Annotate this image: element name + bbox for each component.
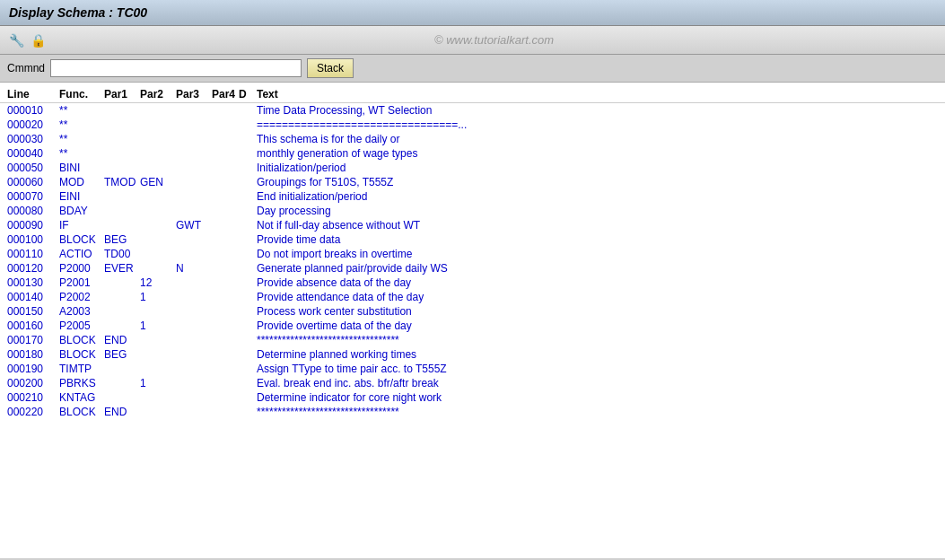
header-line: Line — [7, 88, 59, 101]
table-row[interactable]: 000060MODTMODGENGroupings for T510S, T55… — [0, 175, 945, 189]
table-header: Line Func. Par1 Par2 Par3 Par4 D Text — [0, 86, 945, 103]
content-area: Line Func. Par1 Par2 Par3 Par4 D Text 00… — [0, 83, 945, 558]
table-row[interactable]: 000120P2000EVERNGenerate planned pair/pr… — [0, 261, 945, 276]
toolbar: 🔧 🔒 © www.tutorialkart.com — [0, 26, 945, 55]
table-row[interactable]: 000070EINIEnd initialization/period — [0, 189, 945, 204]
command-label: Cmmnd — [7, 62, 45, 74]
title-bar: Display Schema : TC00 — [0, 0, 945, 26]
stack-button[interactable]: Stack — [307, 58, 354, 78]
table-row[interactable]: 000210KNTAGDetermine indicator for core … — [0, 390, 945, 405]
table-row[interactable]: 000130P200112Provide absence data of the… — [0, 276, 945, 290]
table-row[interactable]: 000180BLOCKBEGDetermine planned working … — [0, 347, 945, 362]
header-d: D — [239, 88, 257, 101]
table-row[interactable]: 000140P20021Provide attendance data of t… — [0, 290, 945, 304]
table-row[interactable]: 000170BLOCKEND**************************… — [0, 333, 945, 347]
tool-icon-1[interactable]: 🔧 — [7, 31, 25, 49]
table-row[interactable]: 000110ACTIOTD00Do not import breaks in o… — [0, 247, 945, 261]
table-row[interactable]: 000050BINIInitialization/period — [0, 161, 945, 175]
table-row[interactable]: 000150A2003Process work center substitut… — [0, 304, 945, 319]
table-row[interactable]: 000040**monthly generation of wage types — [0, 146, 945, 161]
page-title: Display Schema : TC00 — [9, 5, 147, 20]
tool-icon-2[interactable]: 🔒 — [29, 31, 47, 49]
header-par2: Par2 — [140, 88, 176, 101]
table-body: 000010**Time Data Processing, WT Selecti… — [0, 103, 945, 419]
command-bar: Cmmnd Stack — [0, 55, 945, 83]
table-row[interactable]: 000190TIMTPAssign TType to time pair acc… — [0, 362, 945, 376]
watermark: © www.tutorialkart.com — [50, 33, 938, 47]
table-row[interactable]: 000020**================================… — [0, 118, 945, 132]
table-row[interactable]: 000080BDAYDay processing — [0, 204, 945, 218]
header-par3: Par3 — [176, 88, 212, 101]
table-row[interactable]: 000200PBRKS1Eval. break end inc. abs. bf… — [0, 376, 945, 390]
table-row[interactable]: 000010**Time Data Processing, WT Selecti… — [0, 103, 945, 118]
table-row[interactable]: 000030**This schema is for the daily or — [0, 132, 945, 146]
header-par1: Par1 — [104, 88, 140, 101]
header-text: Text — [257, 88, 938, 101]
table-row[interactable]: 000160P20051Provide overtime data of the… — [0, 319, 945, 333]
table-row[interactable]: 000220BLOCKEND**************************… — [0, 405, 945, 419]
header-func: Func. — [59, 88, 104, 101]
header-par4: Par4 — [212, 88, 239, 101]
table-row[interactable]: 000090IFGWTNot if full-day absence witho… — [0, 218, 945, 232]
table-row[interactable]: 000100BLOCKBEGProvide time data — [0, 232, 945, 247]
command-input[interactable] — [50, 59, 302, 77]
